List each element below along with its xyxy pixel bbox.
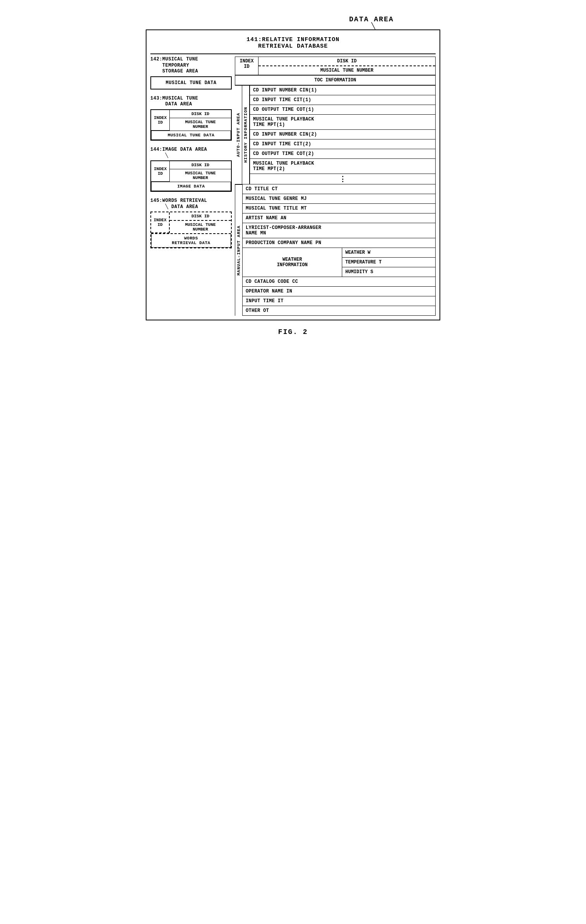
db-row-mpt1: MUSICAL TUNE PLAYBACKTIME MPT(1) bbox=[250, 115, 436, 130]
db-row-mn: LYRICIST-COMPOSER-ARRANGERNAME MN bbox=[243, 223, 436, 238]
area-143: 143:MUSICAL TUNE DATA AREA INDEXID DISK … bbox=[150, 96, 232, 141]
db-row-mt: MUSICAL TUNE TITLE MT bbox=[243, 204, 436, 213]
area-144-disk-id: DISK ID bbox=[170, 161, 231, 169]
area-145-box: INDEXID DISK ID MUSICAL TUNENUMBER WORDS… bbox=[150, 212, 232, 248]
db-row-ct: CD TITLE CT bbox=[243, 184, 436, 194]
area-143-index-id: INDEXID bbox=[151, 110, 170, 131]
area-144-label: 144:IMAGE DATA AREA ╲ bbox=[150, 147, 232, 159]
db-musical-tune-num: MUSICAL TUNE NUMBER bbox=[259, 66, 435, 75]
weather-info-label: WEATHERINFORMATION bbox=[243, 248, 342, 277]
area-142-box: MUSICAL TUNE DATA bbox=[150, 76, 232, 89]
area-144: 144:IMAGE DATA AREA ╲ INDEXID DISK ID MU… bbox=[150, 147, 232, 192]
area-144-box: INDEXID DISK ID MUSICAL TUNENUMBER IMAGE… bbox=[150, 160, 232, 192]
manual-input-label: MANUAL-INPUT AREA bbox=[235, 184, 243, 316]
area-145-index-right: DISK ID MUSICAL TUNENUMBER bbox=[170, 212, 231, 233]
area-143-disk-id: DISK ID bbox=[170, 110, 231, 118]
db-row-cin2: CD INPUT NUMBER CIN(2) bbox=[250, 130, 436, 139]
area-145-label: 145:WORDS RETRIEVAL ╲ DATA AREA bbox=[150, 198, 232, 210]
area-144-index-id: INDEXID bbox=[151, 161, 170, 182]
humidity-s: HUMIDITY S bbox=[342, 267, 435, 277]
fig-label: FIG. 2 bbox=[278, 328, 308, 336]
area-144-tune-num: MUSICAL TUNENUMBER bbox=[170, 169, 231, 182]
db-index-id: INDEXID bbox=[235, 57, 259, 75]
manual-rows: CD TITLE CT MUSICAL TUNE GENRE MJ MUSICA… bbox=[243, 184, 436, 316]
db-auto-rows: CD INPUT NUMBER CIN(1) CD INPUT TIME CIT… bbox=[250, 85, 436, 184]
area-143-tune-num: MUSICAL TUNENUMBER bbox=[170, 118, 231, 131]
main-box: 141:RELATIVE INFORMATIONRETRIEVAL DATABA… bbox=[146, 29, 440, 320]
temperature-t: TEMPERATURE T bbox=[342, 258, 435, 267]
data-area-arrow: ╲ bbox=[371, 23, 375, 29]
db-index-row: INDEXID DISK ID MUSICAL TUNE NUMBER bbox=[235, 57, 435, 75]
area-142-label: 142:MUSICAL TUNE TEMPORARY STORAGE AREA bbox=[150, 57, 232, 75]
db-row-pn: PRODUCTION COMPANY NAME PN bbox=[243, 238, 436, 248]
db-row-mpt2: MUSICAL TUNE PLAYBACKTIME MPT(2) bbox=[250, 159, 436, 174]
db-middle-section: AUTO-INPUT AREA HISTORY INFORMATION CD I… bbox=[235, 85, 436, 184]
db-weather-row: WEATHERINFORMATION WEATHER W TEMPERATURE… bbox=[243, 248, 436, 277]
db-row-an: ARTIST NAME AN bbox=[243, 213, 436, 223]
left-column: 142:MUSICAL TUNE TEMPORARY STORAGE AREA … bbox=[150, 57, 232, 248]
area-145-index-id: INDEXID bbox=[151, 212, 170, 233]
rotated-labels: AUTO-INPUT AREA HISTORY INFORMATION bbox=[235, 85, 250, 184]
data-area-label: DATA AREA bbox=[349, 15, 394, 23]
weather-sub-rows: WEATHER W TEMPERATURE T HUMIDITY S bbox=[342, 248, 435, 277]
weather-w: WEATHER W bbox=[342, 248, 435, 258]
area-143-label: 143:MUSICAL TUNE DATA AREA bbox=[150, 96, 232, 108]
area-144-index-row: INDEXID DISK ID MUSICAL TUNENUMBER bbox=[151, 161, 231, 182]
history-label: HISTORY INFORMATION bbox=[242, 85, 250, 184]
db-row-cot2: CD OUTPUT TIME COT(2) bbox=[250, 149, 436, 159]
db-bottom-section: MANUAL-INPUT AREA CD TITLE CT MUSICAL TU… bbox=[235, 184, 436, 316]
db-top-section: INDEXID DISK ID MUSICAL TUNE NUMBER bbox=[235, 57, 436, 76]
db-disk-id: DISK ID bbox=[259, 57, 435, 66]
db-row-operator: OPERATOR NAME IN bbox=[243, 287, 436, 296]
musical-tune-data-142: MUSICAL TUNE DATA bbox=[151, 77, 231, 89]
area-145-data: WORDSRETRIEVAL DATA bbox=[151, 233, 231, 248]
area-142: 142:MUSICAL TUNE TEMPORARY STORAGE AREA … bbox=[150, 57, 232, 89]
area-144-data: IMAGE DATA bbox=[151, 182, 231, 191]
db-index-right: DISK ID MUSICAL TUNE NUMBER bbox=[259, 57, 435, 75]
auto-input-label: AUTO-INPUT AREA bbox=[235, 85, 242, 184]
area-145-tune-num: MUSICAL TUNENUMBER bbox=[170, 221, 231, 233]
area-145: 145:WORDS RETRIEVAL ╲ DATA AREA INDEXID … bbox=[150, 198, 232, 248]
area-145-index-row: INDEXID DISK ID MUSICAL TUNENUMBER bbox=[151, 212, 231, 233]
right-column: INDEXID DISK ID MUSICAL TUNE NUMBER TOC … bbox=[235, 57, 436, 316]
db-row-cin1: CD INPUT NUMBER CIN(1) bbox=[250, 85, 436, 95]
area-143-index-right: DISK ID MUSICAL TUNENUMBER bbox=[170, 110, 231, 131]
area-144-index-right: DISK ID MUSICAL TUNENUMBER bbox=[170, 161, 231, 182]
content-row: 142:MUSICAL TUNE TEMPORARY STORAGE AREA … bbox=[150, 57, 436, 316]
db-row-cc: CD CATALOG CODE CC bbox=[243, 277, 436, 287]
db-row-cot1: CD OUTPUT TIME COT(1) bbox=[250, 105, 436, 115]
area-143-data: MUSICAL TUNE DATA bbox=[151, 131, 231, 140]
db-row-mj: MUSICAL TUNE GENRE MJ bbox=[243, 194, 436, 204]
page-container: DATA AREA ╲ 141:RELATIVE INFORMATIONRETR… bbox=[146, 15, 440, 336]
db-toc-row: TOC INFORMATION bbox=[235, 76, 436, 85]
retrieval-db-label: 141:RELATIVE INFORMATIONRETRIEVAL DATABA… bbox=[150, 34, 436, 54]
db-row-cit2: CD INPUT TIME CIT(2) bbox=[250, 139, 436, 149]
area-143-index-row: INDEXID DISK ID MUSICAL TUNENUMBER bbox=[151, 110, 231, 131]
db-row-cit1: CD INPUT TIME CIT(1) bbox=[250, 95, 436, 105]
db-row-input-time: INPUT TIME IT bbox=[243, 296, 436, 306]
db-row-other: OTHER OT bbox=[243, 306, 436, 316]
area-145-disk-id: DISK ID bbox=[170, 212, 231, 221]
db-row-dots: ⋮ bbox=[250, 174, 436, 184]
area-143-box: INDEXID DISK ID MUSICAL TUNENUMBER MUSIC… bbox=[150, 109, 232, 141]
